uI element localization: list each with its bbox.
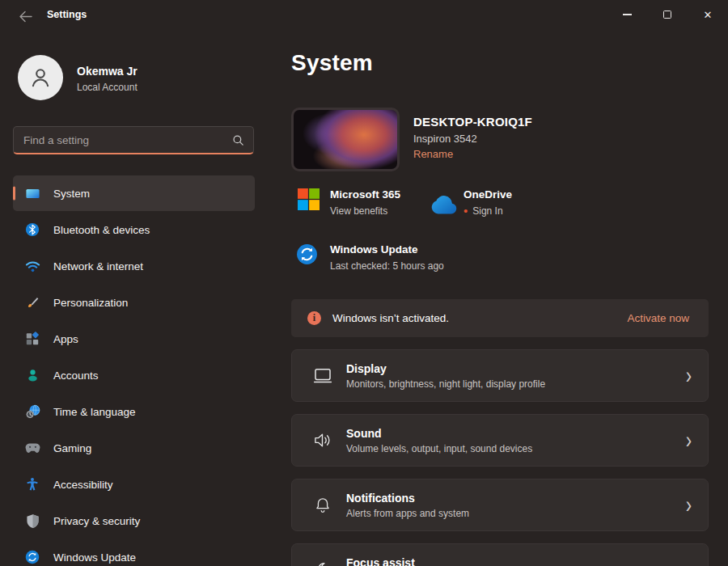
rename-link[interactable]: Rename — [413, 148, 532, 160]
bluetooth-icon — [24, 222, 40, 238]
time-language-icon — [24, 403, 40, 420]
sidebar-item-accounts[interactable]: Accounts — [13, 357, 255, 393]
sidebar-item-apps[interactable]: Apps — [13, 321, 255, 357]
settings-card-list: Display Monitors, brightness, night ligh… — [291, 349, 709, 566]
onedrive-cloud-icon — [427, 196, 457, 218]
sidebar-item-label: Accounts — [53, 370, 99, 382]
windows-update-icon — [24, 549, 40, 565]
sound-icon — [311, 432, 333, 449]
wifi-icon — [24, 258, 40, 274]
sidebar-item-bluetooth-devices[interactable]: Bluetooth & devices — [13, 212, 255, 247]
sidebar-item-system[interactable]: System — [13, 175, 255, 211]
display-icon — [311, 367, 333, 385]
sidebar-item-label: Time & language — [53, 406, 136, 418]
onedrive-block[interactable]: OneDrive • Sign In — [427, 188, 512, 218]
device-model: Inspiron 3542 — [413, 133, 532, 145]
accounts-icon — [24, 367, 40, 383]
chevron-right-icon: › — [686, 429, 692, 452]
sound-card[interactable]: Sound Volume levels, output, input, soun… — [291, 414, 709, 467]
person-icon — [28, 65, 53, 91]
microsoft-365-title: Microsoft 365 — [330, 188, 400, 201]
sidebar-item-windows-update[interactable]: Windows Update — [13, 539, 255, 566]
activate-now-link[interactable]: Activate now — [627, 312, 689, 324]
view-benefits-link[interactable]: View benefits — [330, 205, 400, 217]
sidebar-item-label: Apps — [53, 333, 78, 345]
focus-assist-card[interactable]: Focus assist › — [291, 543, 709, 566]
card-title: Focus assist — [346, 556, 415, 566]
sidebar-item-time-language[interactable]: Time & language — [13, 394, 255, 429]
selection-indicator — [13, 187, 15, 201]
card-title: Sound — [346, 427, 532, 440]
back-button[interactable] — [11, 6, 39, 26]
page-title: System — [291, 50, 373, 76]
sidebar-item-accessibility[interactable]: Accessibility — [13, 467, 255, 502]
chevron-right-icon: › — [686, 364, 692, 387]
sidebar-item-label: Network & internet — [53, 260, 143, 272]
minimize-icon — [623, 14, 632, 15]
maximize-icon — [663, 11, 671, 19]
card-title: Notifications — [346, 492, 469, 505]
windows-update-icon — [296, 243, 318, 272]
microsoft-365-block[interactable]: Microsoft 365 View benefits — [298, 188, 400, 217]
sidebar-item-label: Windows Update — [53, 551, 136, 564]
device-info-row: DESKTOP-KROIQ1F Inspiron 3542 Rename — [291, 108, 532, 171]
brush-icon — [24, 294, 40, 310]
sidebar-item-label: Accessibility — [53, 479, 113, 491]
settings-window: Settings ✕ Okemwa Jr Local Account Syste… — [0, 0, 728, 566]
microsoft-logo-icon — [298, 188, 320, 217]
search-input[interactable] — [23, 134, 232, 146]
search-box — [13, 126, 254, 154]
sidebar-item-gaming[interactable]: Gaming — [13, 430, 255, 466]
card-subtitle: Alerts from apps and system — [346, 508, 469, 519]
sidebar-item-label: Gaming — [53, 442, 91, 454]
chevron-right-icon: › — [686, 558, 692, 566]
windows-update-status-row[interactable]: Windows Update Last checked: 5 hours ago — [296, 243, 444, 272]
gamepad-icon — [24, 440, 40, 456]
sidebar-item-label: Privacy & security — [53, 515, 140, 527]
arrow-left-icon — [19, 11, 32, 23]
apps-icon — [24, 331, 40, 347]
sidebar-item-label: System — [53, 188, 90, 200]
info-icon: i — [307, 311, 321, 325]
sidebar-item-label: Bluetooth & devices — [53, 224, 150, 236]
moon-icon — [311, 561, 333, 566]
card-subtitle: Monitors, brightness, night light, displ… — [346, 378, 545, 390]
device-thumbnail — [291, 108, 400, 171]
sign-in-link[interactable]: • Sign In — [463, 205, 512, 217]
search-icon — [232, 134, 244, 146]
accessibility-icon — [24, 476, 40, 492]
display-card[interactable]: Display Monitors, brightness, night ligh… — [291, 349, 709, 402]
card-subtitle: Volume levels, output, input, sound devi… — [346, 443, 532, 454]
profile-account-type: Local Account — [77, 82, 138, 93]
titlebar: Settings ✕ — [0, 0, 728, 29]
window-controls: ✕ — [607, 0, 728, 29]
device-name: DESKTOP-KROIQ1F — [413, 115, 532, 129]
notifications-card[interactable]: Notifications Alerts from apps and syste… — [291, 479, 709, 531]
avatar[interactable] — [18, 55, 63, 100]
close-icon: ✕ — [704, 10, 713, 20]
sidebar-item-privacy-security[interactable]: Privacy & security — [13, 503, 255, 539]
activation-message: Windows isn’t activated. — [332, 312, 449, 324]
last-checked-status: Last checked: 5 hours ago — [330, 260, 444, 272]
card-title: Display — [346, 362, 545, 375]
minimize-button[interactable] — [607, 0, 647, 29]
sidebar-nav: System Bluetooth & devices Network & int… — [13, 175, 255, 566]
close-button[interactable]: ✕ — [688, 0, 728, 29]
chevron-right-icon: › — [686, 493, 692, 517]
sidebar-item-network-internet[interactable]: Network & internet — [13, 248, 255, 284]
windows-update-title: Windows Update — [330, 243, 444, 256]
maximize-button[interactable] — [647, 0, 688, 29]
profile-name: Okemwa Jr — [77, 65, 138, 78]
bell-icon — [311, 496, 333, 515]
window-title: Settings — [47, 9, 87, 20]
onedrive-title: OneDrive — [463, 188, 512, 201]
shield-icon — [24, 513, 40, 529]
sidebar-item-label: Personalization — [53, 297, 128, 309]
sidebar-item-personalization[interactable]: Personalization — [13, 285, 255, 320]
sign-in-label: Sign In — [472, 205, 502, 217]
system-icon — [24, 185, 40, 201]
activation-banner: i Windows isn’t activated. Activate now — [291, 299, 709, 337]
